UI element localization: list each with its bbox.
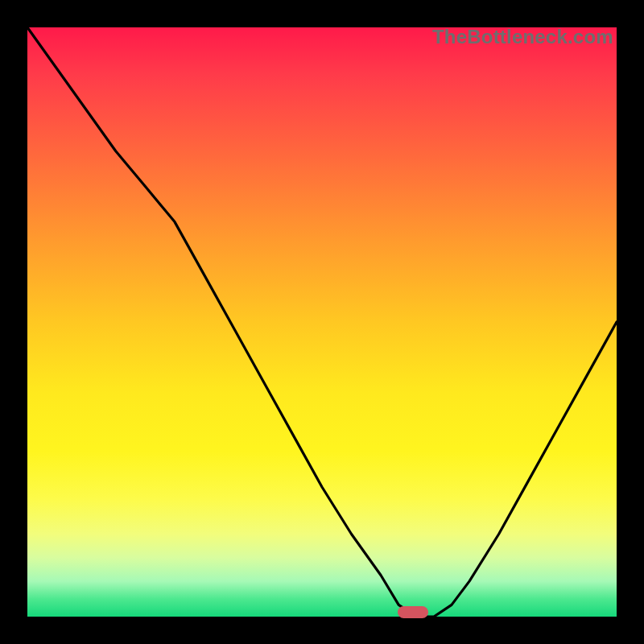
optimal-marker bbox=[398, 606, 428, 618]
curve-layer bbox=[0, 0, 644, 644]
bottleneck-curve bbox=[27, 27, 617, 617]
chart-frame: TheBottleneck.com bbox=[0, 0, 644, 644]
